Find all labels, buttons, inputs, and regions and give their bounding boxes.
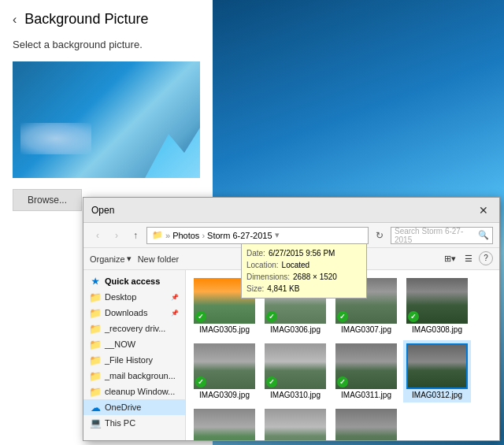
file-thumb-0309: ✓ — [194, 343, 255, 389]
sidebar-label-recovery: _recovery driv... — [105, 324, 165, 333]
file-thumb-0310: ✓ — [265, 343, 326, 389]
file-grid: ✓IMAG0305.jpg✓IMAG0306.jpg✓IMAG0307.jpg✓… — [191, 275, 495, 440]
organize-button[interactable]: Organize ▾ — [90, 254, 132, 264]
dialog-close-button[interactable]: ✕ — [476, 202, 491, 218]
file-name-0306: IMAG0306.jpg — [270, 325, 321, 334]
file-item-0311[interactable]: ✓IMAG0311.jpg — [332, 340, 400, 402]
settings-header: ‹ Background Picture — [0, 0, 213, 39]
file-item-0308[interactable]: ✓IMAG0308.jpg — [403, 275, 471, 337]
sidebar-item-mail-bg[interactable]: 📁 _mail backgroun... — [83, 368, 185, 384]
sidebar-item-desktop[interactable]: 📁 Desktop 📌 — [83, 289, 185, 305]
sidebar-item-thispc[interactable]: 💻 This PC — [83, 415, 185, 431]
sidebar-item-quick-access[interactable]: ★ Quick access — [83, 273, 185, 289]
file-item-0315[interactable]: ✓IMAG0315.jpg — [332, 406, 400, 440]
organize-chevron: ▾ — [127, 254, 132, 264]
folder-icon-desktop: 📁 — [90, 291, 101, 302]
nav-up-button[interactable]: ↑ — [128, 228, 143, 243]
folder-icon-recovery: 📁 — [90, 323, 101, 334]
search-icon: 🔍 — [478, 230, 489, 240]
breadcrumb-photos[interactable]: Photos — [172, 231, 199, 240]
onedrive-icon: ☁ — [90, 402, 101, 413]
dialog-content: ★ Quick access 📁 Desktop 📌 📁 Downloads 📌… — [83, 270, 499, 440]
check-badge-0308: ✓ — [408, 311, 419, 322]
file-item-0310[interactable]: ✓IMAG0310.jpg — [261, 340, 329, 402]
file-name-0308: IMAG0308.jpg — [412, 325, 462, 334]
help-button[interactable]: ? — [479, 251, 493, 265]
folder-icon-now: 📁 — [90, 339, 101, 350]
file-name-0305: IMAG0305.jpg — [199, 325, 250, 334]
check-badge-0305: ✓ — [195, 311, 206, 322]
refresh-button[interactable]: ↻ — [372, 228, 387, 243]
file-tooltip: Date:6/27/2015 9:56 PM Location:Located … — [241, 270, 367, 299]
file-name-0307: IMAG0307.jpg — [341, 325, 391, 334]
dialog-title: Open — [91, 205, 114, 216]
sidebar-item-downloads[interactable]: 📁 Downloads 📌 — [83, 305, 185, 321]
settings-title: Background Picture — [24, 11, 148, 28]
sidebar-label-quick-access: Quick access — [105, 276, 160, 286]
file-thumb-0314: ✓ — [265, 409, 326, 440]
file-name-0312: IMAG0312.jpg — [412, 391, 462, 399]
sidebar-label-thispc: This PC — [105, 418, 135, 428]
dialog-titlebar: Open ✕ — [83, 198, 499, 223]
new-folder-button[interactable]: New folder — [138, 254, 180, 264]
sidebar-label-onedrive: OneDrive — [105, 402, 141, 412]
file-item-0313[interactable]: ✓IMAG0313.jpg — [191, 406, 258, 440]
sidebar-item-cleanup[interactable]: 📁 cleanup Window... — [83, 384, 185, 399]
view-controls: ⊞▾ ☰ ? — [441, 251, 493, 267]
folder-icon-downloads: 📁 — [90, 307, 101, 318]
check-badge-0309: ✓ — [195, 376, 206, 388]
sidebar-item-now[interactable]: 📁 __NOW — [83, 336, 185, 352]
file-thumb-0311: ✓ — [335, 343, 397, 389]
sidebar-label-desktop: Desktop — [105, 292, 136, 302]
sidebar-label-history: _File History — [105, 355, 153, 365]
browse-button[interactable]: Browse... — [13, 189, 82, 211]
breadcrumb-storm[interactable]: Storm 6-27-2015 — [207, 231, 272, 240]
folder-icon-cleanup: 📁 — [90, 386, 101, 397]
nav-back-button[interactable]: ‹ — [90, 228, 106, 243]
nav-forward-button[interactable]: › — [109, 228, 124, 243]
star-icon: ★ — [90, 276, 101, 287]
check-badge-0310: ✓ — [266, 376, 277, 388]
back-button[interactable]: ‹ — [13, 13, 17, 27]
folder-icon-history: 📁 — [90, 354, 101, 365]
view-details-button[interactable]: ☰ — [460, 251, 477, 267]
sidebar-label-downloads: Downloads — [105, 308, 147, 317]
view-extra-button[interactable]: ⊞▾ — [441, 251, 458, 267]
sidebar-item-file-history[interactable]: 📁 _File History — [83, 352, 185, 368]
pin-icon-desktop: 📌 — [171, 294, 179, 301]
file-item-0314[interactable]: ✓IMAG0314.jpg — [261, 406, 329, 440]
file-thumb-0313: ✓ — [194, 409, 255, 440]
settings-subtitle: Select a background picture. — [0, 39, 213, 61]
breadcrumb-icon: 📁 — [152, 230, 163, 240]
background-preview — [13, 61, 200, 178]
file-name-0310: IMAG0310.jpg — [270, 391, 321, 399]
check-badge-0307: ✓ — [337, 311, 348, 322]
folder-icon-mail: 📁 — [90, 370, 101, 381]
sidebar-label-cleanup: cleanup Window... — [105, 387, 175, 396]
sidebar-item-onedrive[interactable]: ☁ OneDrive — [83, 399, 185, 415]
sidebar-label-now: __NOW — [105, 339, 135, 349]
search-bar[interactable]: Search Storm 6-27-2015 🔍 — [391, 227, 493, 244]
pc-icon: 💻 — [90, 417, 101, 428]
file-area: ✓IMAG0305.jpg✓IMAG0306.jpg✓IMAG0307.jpg✓… — [186, 270, 499, 440]
breadcrumb[interactable]: 📁 » Photos › Storm 6-27-2015 ▾ — [146, 227, 369, 244]
sidebar-label-mail: _mail backgroun... — [105, 371, 176, 380]
file-item-0312[interactable]: IMAG0312.jpg — [403, 340, 471, 402]
nav-sidebar: ★ Quick access 📁 Desktop 📌 📁 Downloads 📌… — [83, 270, 186, 440]
search-placeholder: Search Storm 6-27-2015 — [395, 227, 475, 244]
file-thumb-0312 — [406, 343, 468, 389]
file-item-0309[interactable]: ✓IMAG0309.jpg — [191, 340, 258, 402]
preview-clouds — [20, 123, 91, 154]
file-name-0311: IMAG0311.jpg — [341, 391, 391, 399]
open-dialog: Open ✕ ‹ › ↑ 📁 » Photos › Storm 6-27-201… — [83, 197, 500, 441]
file-thumb-0315: ✓ — [335, 409, 397, 440]
file-thumb-0308: ✓ — [406, 278, 468, 324]
check-badge-0311: ✓ — [337, 376, 348, 388]
check-badge-0306: ✓ — [266, 311, 277, 322]
pin-icon-downloads: 📌 — [171, 310, 179, 317]
file-name-0309: IMAG0309.jpg — [199, 391, 250, 399]
sidebar-item-recovery[interactable]: 📁 _recovery driv... — [83, 321, 185, 336]
